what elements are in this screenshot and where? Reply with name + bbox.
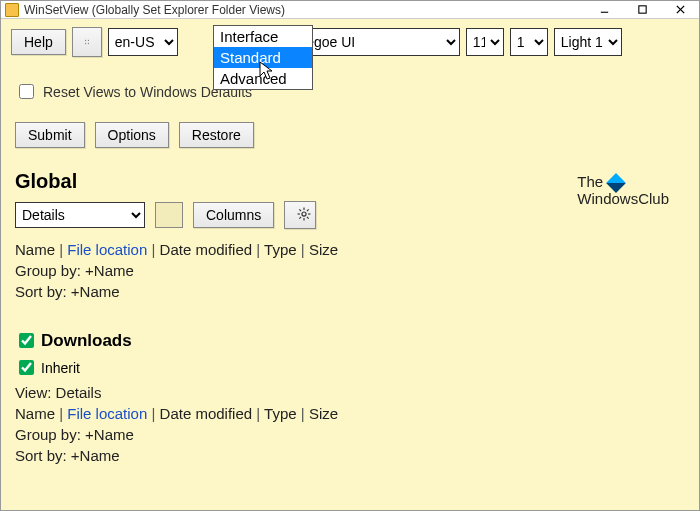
- svg-line-9: [300, 209, 302, 211]
- font-select[interactable]: Segoe UI: [290, 28, 460, 56]
- submit-button[interactable]: Submit: [15, 122, 85, 148]
- language-select[interactable]: en-US: [108, 28, 178, 56]
- dl-col-filelocation[interactable]: File location: [67, 405, 147, 422]
- minimize-button[interactable]: [585, 1, 623, 19]
- global-view-select[interactable]: Details: [15, 202, 145, 228]
- dropdown-option-advanced[interactable]: Advanced: [214, 68, 312, 89]
- dropdown-option-interface[interactable]: Interface: [214, 26, 312, 47]
- color-swatch[interactable]: [155, 202, 183, 228]
- theme-select[interactable]: Light 1: [554, 28, 622, 56]
- global-columns: Name | File location | Date modified | T…: [15, 241, 685, 258]
- columns-button[interactable]: Columns: [193, 202, 274, 228]
- global-sortby: Sort by: +Name: [15, 283, 685, 300]
- action-row: Submit Options Restore: [15, 122, 685, 148]
- close-button[interactable]: [661, 1, 699, 19]
- svg-point-4: [302, 211, 306, 215]
- svg-line-11: [300, 216, 302, 218]
- reset-row: Reset Views to Windows Defaults: [15, 81, 685, 102]
- titlebar: WinSetView (Globally Set Explorer Folder…: [1, 1, 699, 19]
- inherit-label: Inherit: [41, 360, 80, 376]
- svg-rect-1: [638, 6, 645, 13]
- window-title: WinSetView (Globally Set Explorer Folder…: [24, 3, 285, 17]
- reset-checkbox[interactable]: [19, 84, 34, 99]
- inherit-checkbox[interactable]: [19, 360, 34, 375]
- scale-select[interactable]: 1: [510, 28, 548, 56]
- settings-button[interactable]: [284, 201, 316, 229]
- mode-dropdown[interactable]: Interface Standard Advanced: [213, 25, 313, 90]
- downloads-sortby: Sort by: +Name: [15, 447, 685, 464]
- dl-col-datemodified: Date modified: [160, 405, 253, 422]
- dl-col-size: Size: [309, 405, 338, 422]
- downloads-heading: Downloads: [41, 331, 132, 351]
- options-button[interactable]: Options: [95, 122, 169, 148]
- svg-line-12: [307, 209, 309, 211]
- col-type: Type: [264, 241, 297, 258]
- logo-line2: WindowsClub: [577, 190, 669, 207]
- inherit-row: Inherit: [15, 357, 685, 378]
- app-window: WinSetView (Globally Set Explorer Folder…: [0, 0, 700, 511]
- col-name: Name: [15, 241, 55, 258]
- fullscreen-button[interactable]: [72, 27, 102, 57]
- col-size: Size: [309, 241, 338, 258]
- gear-icon: [297, 207, 311, 221]
- col-filelocation[interactable]: File location: [67, 241, 147, 258]
- dl-col-type: Type: [264, 405, 297, 422]
- downloads-groupby: Group by: +Name: [15, 426, 685, 443]
- help-button[interactable]: Help: [11, 29, 66, 55]
- global-groupby: Group by: +Name: [15, 262, 685, 279]
- fontsize-select[interactable]: 11: [466, 28, 504, 56]
- svg-line-10: [307, 216, 309, 218]
- content: Reset Views to Windows Defaults Submit O…: [1, 65, 699, 474]
- maximize-button[interactable]: [623, 1, 661, 19]
- dl-col-name: Name: [15, 405, 55, 422]
- logo: The WindowsClub: [577, 173, 669, 207]
- col-datemodified: Date modified: [160, 241, 253, 258]
- downloads-columns: Name | File location | Date modified | T…: [15, 405, 685, 422]
- fullscreen-icon: [85, 35, 89, 49]
- restore-button[interactable]: Restore: [179, 122, 254, 148]
- downloads-checkbox[interactable]: [19, 333, 34, 348]
- toolbar: Help en-US Segoe UI 11 1 Light 1 Interfa…: [1, 19, 699, 65]
- app-icon: [5, 3, 19, 17]
- downloads-view: View: Details: [15, 384, 685, 401]
- logo-line1: The: [577, 173, 603, 190]
- dropdown-option-standard[interactable]: Standard: [214, 47, 312, 68]
- downloads-heading-row: Downloads: [15, 330, 685, 351]
